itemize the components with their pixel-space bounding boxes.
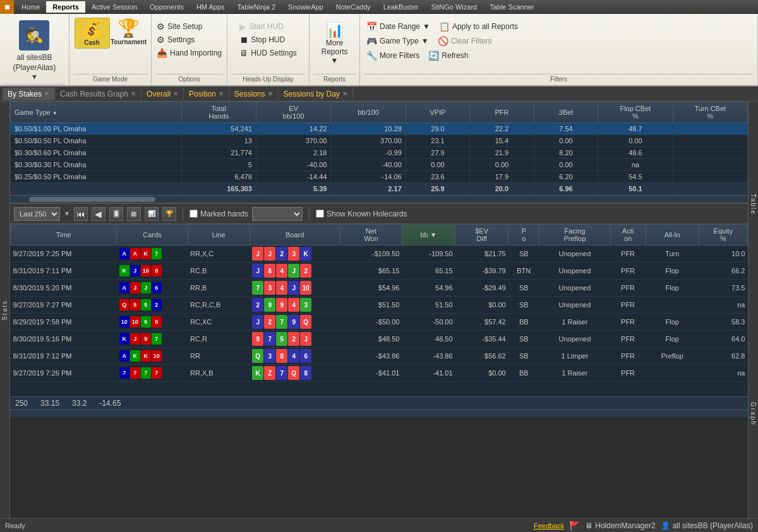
col-cards[interactable]: Cards [117,225,188,245]
col-pfr[interactable]: PFR [470,102,534,123]
col-3bet[interactable]: 3Bet [534,102,598,123]
col-board[interactable]: Board [250,225,340,245]
tab-sessions-close[interactable]: ✕ [268,90,273,97]
hh-row[interactable]: 8/31/2019 7:11 PMKJ108RC,BJ84J2$65.1565.… [11,263,748,280]
table-row[interactable]: $0.30/$0.30 PL Omaha 5 -40.00 -40.00 0.0… [11,159,748,171]
col-bb[interactable]: bb ▼ [402,225,455,245]
hh-toolbar: Last 250 Last 100 Last 500 All ▼ ⏮ ◀ 🂠 ▦… [10,204,748,224]
col-allin[interactable]: All-In [646,225,699,245]
cash-button[interactable]: 💰 Cash [75,18,110,49]
col-time[interactable]: Time [11,225,117,245]
hand-importing-button[interactable]: 📥 Hand Importing [154,47,224,59]
col-facing[interactable]: FacingPreflop [539,225,610,245]
col-flop-cbet[interactable]: Flop CBet% [598,102,673,123]
flop-cbet-cell: 0.00 [598,135,673,147]
nav-leakbuster[interactable]: LeakBuster [377,1,425,13]
trophy-button[interactable]: 🏆 [162,207,176,221]
nav-sitngo[interactable]: SitNGo Wizard [424,1,483,13]
table-row[interactable]: $0.30/$0.60 PL Omaha 21,774 2.18 -0.99 2… [11,147,748,159]
tab-sessions-by-day[interactable]: Sessions by Day ✕ [279,88,353,100]
app-logo: ▣ [0,0,14,14]
user-icon: 👤 [661,521,670,530]
col-sev-diff[interactable]: $EVDiff [455,225,508,245]
stats-scroll-thumb[interactable] [29,197,155,202]
nav-hm-apps[interactable]: HM Apps [190,1,231,13]
graph-tab[interactable]: Graph [750,402,757,426]
status-bar: Ready Feedback 🚩 🖥 HoldemManager2 👤 all … [0,518,758,532]
tab-position[interactable]: Position ✕ [184,88,229,100]
hud-settings-button[interactable]: 🖥 HUD Settings [237,47,299,59]
feedback-link[interactable]: Feedback [534,522,564,529]
hh-bb-cell: 54.96 [402,280,455,297]
nav-snowie[interactable]: SnowieApp [282,1,330,13]
table-row[interactable]: $0.50/$0.50 PL Omaha 13 370.00 370.00 23… [11,135,748,147]
col-ev-bb100[interactable]: EVbb/100 [256,102,330,123]
tab-sessions-by-day-close[interactable]: ✕ [342,90,347,97]
col-action[interactable]: Action [610,225,646,245]
table-row[interactable]: $0.50/$1.00 PL Omaha 54,241 14.22 10.28 … [11,123,748,135]
hh-row[interactable]: 9/27/2019 7:25 PMAAK7RR,X,CJJ23K-$109.50… [11,245,748,263]
hh-row[interactable]: 8/30/2019 5:16 PMKJ97RC,R9752J$48.5048.5… [11,331,748,348]
grid-button[interactable]: ▦ [127,207,141,221]
cards-view-button[interactable]: 🂠 [109,207,123,221]
hh-scrollbar-x[interactable] [10,410,748,417]
nav-reports[interactable]: Reports [46,1,85,13]
hh-line-cell: RR [188,348,250,365]
site-setup-button[interactable]: ⚙ Site Setup [154,20,224,33]
nav-home[interactable]: Home [15,1,46,13]
tab-overall[interactable]: Overall ✕ [141,88,184,100]
nav-notecaddy[interactable]: NoteCaddy [330,1,377,13]
settings-button[interactable]: ⚙ Settings [154,33,224,46]
tab-cash-results-close[interactable]: ✕ [131,90,136,97]
col-net-won[interactable]: NetWon [340,225,402,245]
table-tab[interactable]: Table [750,194,757,215]
turn-cbet-cell [673,159,747,171]
refresh-button[interactable]: 🔄 Refresh [426,49,471,62]
tab-sessions[interactable]: Sessions ✕ [229,88,279,100]
col-game-type[interactable]: Game Type ▼ [11,102,182,123]
hand-count-select[interactable]: Last 250 Last 100 Last 500 All [14,207,60,221]
first-button[interactable]: ⏮ [74,207,88,221]
summary-row: 165,303 5.39 2.17 25.9 20.0 6.96 50.1 [11,183,748,195]
known-holecards-checkbox[interactable] [316,210,324,218]
col-po[interactable]: Po [508,225,539,245]
right-sidebar: Table Graph [748,102,758,518]
marked-filter-select[interactable] [252,207,303,221]
hero-dropdown[interactable]: ▼ [31,73,39,81]
marked-hands-checkbox[interactable] [190,210,198,218]
clear-filters-button[interactable]: 🚫 Clear Filters [435,35,495,47]
col-vpip[interactable]: VPIP [406,102,469,123]
tab-cash-results-graph[interactable]: Cash Results Graph ✕ [55,88,141,100]
col-equity[interactable]: Equity% [699,225,747,245]
col-bb100[interactable]: bb/100 [331,102,406,123]
hh-row[interactable]: 8/31/2019 7:12 PMAKK10RRQ3846-$43.86-43.… [11,348,748,365]
hh-row[interactable]: 8/30/2019 5:20 PMAJJ6RR,B734J10$54.9654.… [11,280,748,297]
more-reports-button[interactable]: 📊 More Reports ▼ [317,20,352,67]
game-type-button[interactable]: 🎮 Game Type ▼ [364,35,431,47]
nav-tablescanner[interactable]: Table Scanner [483,1,540,13]
tab-position-close[interactable]: ✕ [219,90,224,97]
hh-row[interactable]: 8/29/2019 7:58 PM101066RC,XCJ279Q-$50.00… [11,314,748,331]
col-turn-cbet[interactable]: Turn CBet% [673,102,747,123]
col-total-hands[interactable]: TotalHands [181,102,256,123]
tournament-button[interactable]: 🏆 Tournament [111,18,147,47]
hh-table-wrapper[interactable]: Time Cards Line Board NetWon bb ▼ $EVDif… [10,224,748,396]
nav-opponents[interactable]: Opponents [143,1,190,13]
apply-all-button[interactable]: 📋 Apply to all Reports [436,20,520,33]
col-line[interactable]: Line [188,225,250,245]
date-range-button[interactable]: 📅 Date Range ▼ [364,20,433,33]
tab-overall-close[interactable]: ✕ [173,90,178,97]
hh-row[interactable]: 9/27/2019 7:26 PM7777RR,X,BKZ7Q8-$41.01-… [11,365,748,382]
table-row[interactable]: $0.25/$0.50 PL Omaha 6,478 -14.44 -14.06… [11,171,748,183]
more-filters-button[interactable]: 🔧 More Filters [364,49,422,62]
turn-cbet-cell [673,147,747,159]
nav-active-session[interactable]: Active Session [85,1,143,13]
stats-scrollbar-x[interactable] [10,195,748,203]
chart-button[interactable]: 📊 [145,207,159,221]
nav-tablninja[interactable]: TableNinja 2 [231,1,282,13]
stop-hud-button[interactable]: ⏹ Stop HUD [237,33,299,46]
start-hud-button[interactable]: ▶ Start HUD [237,20,299,33]
prev-button[interactable]: ◀ [92,207,105,221]
hh-row[interactable]: 9/27/2019 7:27 PMQ552RC,R,C,B29943$51.50… [11,297,748,314]
app-icon: 🖥 [585,521,593,530]
